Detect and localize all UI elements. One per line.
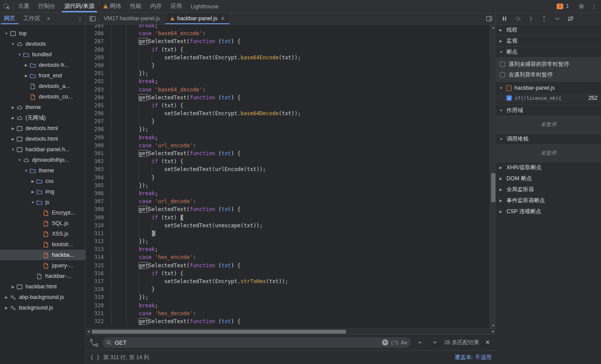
chevron-right-icon[interactable]: ▶ (30, 179, 36, 183)
tree-item-js[interactable]: ▼js (0, 197, 85, 207)
pretty-print-icon[interactable]: { } (90, 354, 100, 360)
panel-tab-内存[interactable]: 内存 (146, 0, 166, 12)
tree-item-abp-background.js[interactable]: ▶abp-background.js (0, 292, 85, 302)
tree-item-[interactable]: ▶(无网域) (0, 113, 85, 123)
chevron-down-icon[interactable]: ▼ (10, 148, 16, 152)
pause-icon[interactable] (498, 13, 511, 24)
section-全局监听器[interactable]: ▶全局监听器 (496, 184, 601, 195)
line-number[interactable]: 290 (86, 62, 111, 69)
vertical-scroll-thumb[interactable] (491, 173, 495, 202)
line-number[interactable]: 315 (86, 262, 111, 269)
line-number[interactable]: 296 (86, 109, 111, 117)
coverage-value[interactable]: 不适用 (475, 354, 492, 361)
tree-item-devtools_a...[interactable]: devtools_a... (0, 81, 85, 91)
chevron-right-icon[interactable]: ▶ (4, 306, 9, 310)
tree-item-top[interactable]: ▼top (0, 28, 85, 39)
section-CSP 违规断点[interactable]: ▶CSP 违规断点 (496, 206, 601, 217)
section-scope[interactable]: ▼ 作用域 (496, 105, 601, 116)
chevron-right-icon[interactable]: ▶ (10, 285, 16, 289)
line-number[interactable]: 317 (86, 277, 111, 285)
chevron-right-icon[interactable]: ▶ (4, 295, 9, 299)
line-number[interactable]: 306 (86, 189, 111, 197)
tree-item-Encrypt...[interactable]: Encrypt... (0, 207, 85, 218)
chevron-down-icon[interactable]: ▼ (4, 32, 9, 36)
line-number[interactable]: 313 (86, 245, 111, 253)
code-editor[interactable]: 285 break;286 case 'base64_encode':287 g… (86, 25, 496, 328)
match-case-toggle[interactable]: Aa (401, 340, 407, 345)
horizontal-scrollbar[interactable]: ◀ ▶ (86, 328, 496, 334)
section-threads[interactable]: ▶ 线程 (496, 25, 601, 36)
line-number[interactable]: 307 (86, 197, 111, 205)
pause-uncaught-row[interactable]: 遇到未捕获的异常时暂停 (496, 59, 601, 69)
tree-item-front_end[interactable]: ▶front_end (0, 70, 85, 81)
line-number[interactable]: 286 (86, 29, 111, 37)
section-watch[interactable]: ▶ 监视 (496, 36, 601, 47)
line-number[interactable]: 319 (86, 293, 111, 301)
section-事件监听器断点[interactable]: ▶事件监听器断点 (496, 195, 601, 206)
next-match-icon[interactable] (429, 337, 441, 348)
tree-item-hackba...[interactable]: hackba... (0, 250, 85, 260)
chevron-right-icon[interactable]: ▶ (10, 137, 16, 141)
line-number[interactable]: 318 (86, 285, 111, 293)
scroll-up-icon[interactable]: ▲ (490, 25, 496, 30)
tree-item-theme[interactable]: ▼theme (0, 165, 85, 176)
panel-tab-元素[interactable]: 元素 (14, 0, 34, 12)
scroll-right-icon[interactable]: ▶ (491, 329, 496, 334)
checkbox-unchecked[interactable] (500, 72, 505, 77)
step-icon[interactable] (550, 13, 564, 24)
line-number[interactable]: 304 (86, 174, 111, 182)
chevron-right-icon[interactable]: ▶ (30, 190, 36, 194)
line-number[interactable]: 289 (86, 54, 111, 62)
tree-item-XSS.js[interactable]: XSS.js (0, 229, 85, 239)
chevron-right-icon[interactable]: ▶ (10, 116, 16, 120)
line-number[interactable]: 287 (86, 37, 111, 45)
line-number[interactable]: 310 (86, 222, 111, 229)
tree-item-hackbar-panel.h...[interactable]: ▼hackbar-panel.h... (0, 144, 85, 155)
tree-item-bundled[interactable]: ▼bundled (0, 49, 85, 60)
line-number[interactable]: 305 (86, 182, 111, 189)
editor-tab[interactable]: hackbar-panel.js× (165, 13, 230, 24)
chevron-right-icon[interactable]: ▶ (10, 127, 16, 131)
tree-item-bootstr...[interactable]: bootstr... (0, 239, 85, 250)
tree-item-theme[interactable]: ▶theme (0, 102, 85, 113)
tree-item-css[interactable]: ▶css (0, 176, 85, 186)
deactivate-breakpoints-icon[interactable] (564, 13, 577, 24)
toggle-debugger-sidebar-icon[interactable] (482, 13, 495, 24)
scroll-left-icon[interactable]: ◀ (86, 329, 91, 334)
panel-tab-Lighthouse[interactable]: Lighthouse (186, 0, 223, 12)
chevron-down-icon[interactable]: ▼ (10, 42, 16, 46)
line-number[interactable]: 321 (86, 309, 111, 317)
tree-item-devtools.html[interactable]: ▶devtools.html (0, 123, 85, 134)
more-tabs-chevron-icon[interactable]: » (44, 13, 52, 24)
panel-tab-应用[interactable]: 应用 (166, 0, 186, 12)
line-number[interactable]: 292 (86, 77, 111, 85)
tree-item-hackbar.html[interactable]: ▶hackbar.html (0, 281, 85, 292)
line-number[interactable]: 309 (86, 214, 111, 222)
chevron-down-icon[interactable]: ▼ (23, 169, 29, 173)
close-search-icon[interactable]: × (483, 338, 492, 347)
settings-gear-icon[interactable] (575, 3, 588, 10)
tree-item-jquery-...[interactable]: jquery-... (0, 260, 85, 271)
chevron-down-icon[interactable]: ▼ (17, 158, 22, 162)
tree-item-djmoeoifnlhjo...[interactable]: ▼djmoeoifnlhjo... (0, 155, 85, 165)
section-XHR/提取断点[interactable]: ▶XHR/提取断点 (496, 162, 601, 173)
line-number[interactable]: 293 (86, 86, 111, 94)
line-number[interactable]: 311 (86, 229, 111, 237)
line-number[interactable]: 312 (86, 237, 111, 245)
line-number[interactable]: 308 (86, 205, 111, 213)
panel-tab-控制台[interactable]: 控制台 (34, 0, 60, 12)
tree-item-hackbar-...[interactable]: hackbar-... (0, 271, 85, 281)
section-DOM 断点[interactable]: ▶DOM 断点 (496, 173, 601, 184)
tree-item-devtools[interactable]: ▼devtools (0, 39, 85, 49)
line-number[interactable]: 303 (86, 165, 111, 173)
chevron-right-icon[interactable]: ▶ (23, 63, 29, 67)
section-callstack[interactable]: ▼ 调用堆栈 (496, 134, 601, 145)
tree-item-background.js[interactable]: ▶background.js (0, 302, 85, 313)
vertical-scrollbar[interactable]: ▲ ▼ (490, 25, 496, 328)
issues-badge[interactable]: ! 1 (553, 3, 572, 9)
line-number[interactable]: 298 (86, 125, 111, 133)
chevron-right-icon[interactable]: ▶ (23, 74, 29, 78)
search-query[interactable]: GET (115, 339, 379, 346)
replace-toggle-icon[interactable]: AB (89, 338, 99, 347)
checkbox-unchecked[interactable] (500, 62, 505, 67)
